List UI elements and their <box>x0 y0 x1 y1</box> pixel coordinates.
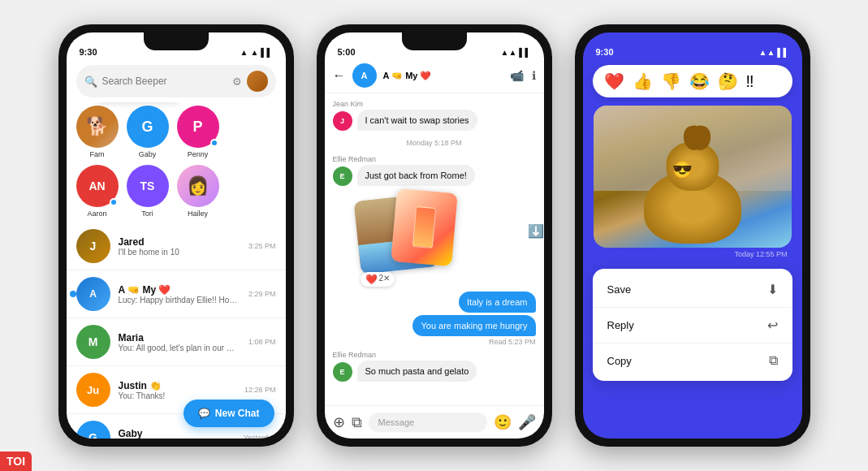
emoji-icon[interactable]: 🙂 <box>494 413 512 431</box>
story-aaron[interactable]: AN Aaron <box>76 165 119 218</box>
reaction-thumbs-down[interactable]: 👎 <box>661 71 681 91</box>
ctx-save-label: Save <box>607 283 632 296</box>
chat-bubble-icon: 💬 <box>198 408 210 419</box>
story-label-aaron: Aaron <box>87 210 106 218</box>
story-label-hailey: Hailey <box>188 210 208 218</box>
chat-time-maria: 1:08 PM <box>248 338 276 346</box>
chat-name-justin: Justin 👏 <box>119 380 236 391</box>
ctx-reply-icon: ↩ <box>767 318 778 333</box>
msg-group-ellie-1: Ellie Redman E Just got back from Rome! <box>333 155 536 186</box>
message-input[interactable]: Message <box>369 413 487 432</box>
add-icon[interactable]: ⊕ <box>333 413 345 431</box>
reaction-thumbs-up[interactable]: 👍 <box>633 71 653 91</box>
dog-image-container: 😎 Today 12:55 PM <box>593 106 792 261</box>
chat-time-justin: 12:26 PM <box>244 386 276 394</box>
ctx-save-icon: ⬇ <box>767 282 778 297</box>
image-timestamp: Today 12:55 PM <box>593 248 792 261</box>
ctx-copy[interactable]: Copy ⧉ <box>593 344 792 378</box>
mic-icon[interactable]: 🎤 <box>518 413 536 431</box>
group-avatar: A <box>352 63 377 88</box>
chat-preview-maria: You: All good, let's plan in our meeting… <box>119 344 240 352</box>
new-chat-button[interactable]: 💬 New Chat <box>184 400 274 427</box>
reaction-exclaim[interactable]: ‼️ <box>746 72 754 91</box>
image-group: ❤️ 2✕ ⬇️ <box>357 191 536 280</box>
msg-row-jean: J I can't wait to swap stories <box>333 110 536 131</box>
download-icon[interactable]: ⬇️ <box>528 223 544 239</box>
bubble-me-1: Italy is a dream <box>459 292 536 313</box>
chat-title: A 🤜 My ❤️ <box>383 71 503 81</box>
msg-sender-ellie: Ellie Redman <box>333 155 536 163</box>
status-icons-2: ▲▲ ▌▌ <box>501 48 531 57</box>
time-1: 9:30 <box>80 47 97 57</box>
chat-info-justin: Justin 👏 You: Thanks! <box>119 380 236 400</box>
ctx-copy-icon: ⧉ <box>769 353 778 368</box>
notch-2 <box>402 32 467 50</box>
bubble-ellie-1: Just got back from Rome! <box>357 165 475 186</box>
emoji-reactions-bar: ❤️ 👍 👎 😂 🤔 ‼️ <box>593 65 792 97</box>
chat-item-jared[interactable]: J Jared I'll be home in 10 3:25 PM <box>67 223 286 270</box>
msg-row-me-1: Italy is a dream <box>333 292 536 313</box>
chat-avatar-amy: A <box>76 277 110 311</box>
story-tori[interactable]: TS Tori <box>127 165 169 218</box>
context-menu: Save ⬇ Reply ↩ Copy ⧉ <box>593 269 792 381</box>
chat-name-jared: Jared <box>119 236 240 248</box>
reaction-heart[interactable]: ❤️ <box>604 71 624 91</box>
header-icons: 📹 ℹ <box>510 69 536 82</box>
back-button[interactable]: ← <box>333 68 346 83</box>
ctx-copy-label: Copy <box>607 355 632 367</box>
chat-item-amy[interactable]: A A 🤜 My ❤️ Lucy: Happy birthday Ellie!!… <box>67 270 286 318</box>
msg-avatar-ellie: E <box>333 166 352 186</box>
phone-3: 9:30 ▲▲ ▌▌ ❤️ 👍 👎 😂 🤔 ‼️ <box>575 24 810 447</box>
sticker-icon[interactable]: ⧉ <box>352 414 362 431</box>
story-label-tori: Tori <box>141 210 153 218</box>
read-status: Read 5:23 PM <box>333 338 536 346</box>
story-label-fam: Fam <box>90 150 105 158</box>
reaction-think[interactable]: 🤔 <box>718 71 738 91</box>
ctx-save[interactable]: Save ⬇ <box>593 272 792 308</box>
msg-avatar-ellie-2: E <box>333 362 352 382</box>
notch-3 <box>660 32 725 50</box>
chat-info-gaby: Gaby Awesome. <box>119 428 235 439</box>
chat-info-maria: Maria You: All good, let's plan in our m… <box>119 332 240 352</box>
msg-row-me-2: You are making me hungry <box>333 315 536 336</box>
story-gaby[interactable]: G Welcome to blue bubbles! Gaby <box>127 106 169 158</box>
phone-2: 5:00 ▲▲ ▌▌ ← A A 🤜 My ❤️ 📹 ℹ <box>317 24 552 447</box>
notch-1 <box>144 32 209 50</box>
chat-header: ← A A 🤜 My ❤️ 📹 ℹ <box>325 58 544 93</box>
online-indicator <box>210 139 218 147</box>
chat-item-maria[interactable]: M Maria You: All good, let's plan in our… <box>67 318 286 366</box>
chat-avatar-gaby: G <box>76 421 110 439</box>
story-hailey[interactable]: 👩 Hailey <box>177 165 219 218</box>
chat-info-amy: A 🤜 My ❤️ Lucy: Happy birthday Ellie!! H… <box>119 284 240 305</box>
user-avatar[interactable] <box>247 71 268 92</box>
search-bar[interactable]: 🔍 ⚙ <box>76 65 276 97</box>
date-divider: Monday 5:18 PM <box>333 139 536 147</box>
image-card-2 <box>391 188 458 266</box>
messages-area: Jean Kim J I can't wait to swap stories … <box>325 93 544 405</box>
video-icon[interactable]: 📹 <box>510 69 524 82</box>
stories-row-2: AN Aaron TS Tori 👩 <box>67 165 286 223</box>
time-3: 9:30 <box>596 47 614 57</box>
dog-image: 😎 <box>594 106 792 248</box>
search-input[interactable] <box>102 76 227 87</box>
msg-avatar-jean: J <box>333 111 352 131</box>
reaction-laugh[interactable]: 😂 <box>689 71 710 91</box>
msg-sender-ellie-2: Ellie Redman <box>333 351 536 359</box>
sunglasses: 😎 <box>672 160 693 179</box>
phone3-content: ❤️ 👍 👎 😂 🤔 ‼️ <box>583 58 802 387</box>
ctx-reply[interactable]: Reply ↩ <box>593 308 792 344</box>
info-icon[interactable]: ℹ <box>532 69 536 82</box>
online-indicator-2 <box>110 198 118 206</box>
chat-avatar-jared: J <box>76 229 110 263</box>
bubble-jean: I can't wait to swap stories <box>357 110 477 131</box>
ctx-reply-label: Reply <box>607 319 634 331</box>
chat-name-gaby: Gaby <box>119 428 235 439</box>
chat-preview-amy: Lucy: Happy birthday Ellie!! Hope you've… <box>119 296 240 305</box>
msg-group-ellie-2: Ellie Redman E So much pasta and gelato <box>333 351 536 382</box>
gear-icon[interactable]: ⚙ <box>232 76 242 88</box>
story-fam[interactable]: 🐕 Fam <box>76 106 119 158</box>
story-penny[interactable]: P Penny <box>177 106 219 158</box>
msg-row-ellie: E Just got back from Rome! <box>333 165 536 186</box>
story-label-penny: Penny <box>188 150 209 158</box>
search-icon: 🔍 <box>84 76 97 88</box>
